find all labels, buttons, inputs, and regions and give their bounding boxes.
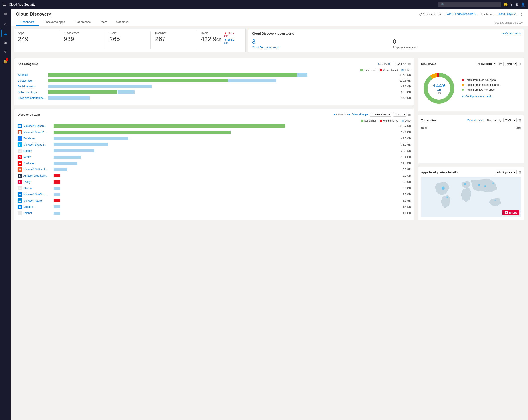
help-icon[interactable]: ?: [510, 2, 512, 7]
profile-icon[interactable]: 👤: [521, 2, 525, 7]
app-bar: [54, 199, 394, 202]
donut-value: 422.9: [433, 83, 445, 88]
entity-traffic-select[interactable]: Traffic: [503, 118, 517, 122]
tab-ip-addresses[interactable]: IP addresses: [69, 18, 95, 26]
more-options-icon[interactable]: ⋮: [520, 13, 523, 16]
sidebar-cloud-icon[interactable]: ☁: [1, 29, 9, 37]
category-value: 175.8 GB: [395, 73, 411, 76]
view-all-apps-link[interactable]: View all apps: [352, 113, 368, 116]
apps-label: Apps: [18, 32, 55, 35]
entity-select[interactable]: User: [485, 118, 497, 122]
app-name[interactable]: Dropbox: [23, 205, 52, 208]
left-column: App categories ◄1-5 of 38► Traffic ⊞: [14, 58, 414, 220]
apps-hq-more-icon[interactable]: ⊞: [518, 170, 521, 174]
app-name[interactable]: Microsoft OneDriv...: [23, 193, 52, 196]
sidebar-home-icon[interactable]: ⌂: [1, 20, 9, 28]
discovered-apps-card: Discovered apps ◄1-15 of 249► View all a…: [14, 109, 414, 220]
tab-discovered-apps[interactable]: Discovered apps: [39, 18, 70, 26]
app-categories-more-icon[interactable]: ⊞: [408, 62, 411, 66]
risk-levels-more-icon[interactable]: ⊞: [518, 62, 521, 66]
app-other-bar: [54, 187, 60, 190]
machines-value: 267: [155, 36, 192, 43]
stat-ip: IP addresses 939: [59, 32, 105, 49]
tab-users[interactable]: Users: [95, 18, 112, 26]
app-name[interactable]: Google: [23, 149, 52, 152]
discovered-apps-traffic[interactable]: Traffic: [393, 112, 407, 117]
app-name[interactable]: Netflix: [23, 156, 52, 159]
legend-unsanctioned: ✓ Unsanctioned: [380, 69, 398, 71]
bar: [48, 79, 394, 83]
app-name[interactable]: Microsoft Online S...: [23, 168, 52, 171]
app-name[interactable]: Facebook: [23, 137, 52, 140]
tab-machines[interactable]: Machines: [112, 18, 133, 26]
app-categories-title: App categories: [18, 62, 38, 66]
app-name[interactable]: Microsoft SharePo...: [23, 131, 52, 134]
category-label[interactable]: News and entertainment: [18, 96, 47, 100]
top-entities-controls: View all users User by Traffic ⊞: [467, 118, 521, 122]
discovered-apps-category[interactable]: All categories: [370, 112, 391, 117]
sanctioned-bar: [48, 79, 228, 83]
category-label[interactable]: Social network: [18, 85, 47, 88]
top-entities-more-icon[interactable]: ⊞: [518, 119, 521, 122]
app-traffic-value: 2.3 GB: [395, 193, 411, 196]
timeframe-select[interactable]: Last 30 days: [497, 12, 516, 16]
other-bar: [48, 85, 152, 88]
app-icon: F: [18, 180, 22, 184]
app-name[interactable]: Telenet: [23, 212, 52, 215]
app-name[interactable]: Akamai: [23, 187, 52, 190]
discovered-app-row: 📧 Microsoft Exchan... 175.7 GB: [18, 124, 411, 128]
sidebar-filter-icon[interactable]: ⧩: [1, 48, 9, 56]
app-bar: [54, 205, 394, 208]
discovered-app-row: ☁ Microsoft OneDriv... 2.3 GB: [18, 192, 411, 197]
report-select[interactable]: Win10 Endpoint Users: [446, 12, 477, 16]
alert-divider: [386, 38, 386, 49]
settings-icon[interactable]: ⚙: [515, 2, 518, 7]
app-name[interactable]: Microsoft Skype f...: [23, 143, 52, 146]
app-category-row: Webmail 175.8 GB: [18, 73, 411, 77]
app-icon: N: [18, 155, 22, 159]
app-name[interactable]: Microsoft Exchan...: [23, 124, 52, 128]
donut-legend: Traffic from high risk apps Traffic from…: [462, 78, 500, 98]
sidebar-menu-icon[interactable]: ☰: [1, 11, 9, 19]
app-icon: S: [18, 143, 22, 147]
right-column: Risk levels All categories by Traffic ⊞: [418, 58, 524, 220]
col-total-header: Total: [515, 126, 521, 130]
create-policy-link[interactable]: + Create policy: [503, 32, 521, 35]
discovered-app-row: F Fastly 2.9 GB: [18, 180, 411, 184]
high-risk-dot: [462, 79, 464, 81]
app-name[interactable]: Fastly: [23, 180, 52, 184]
suspicious-label[interactable]: Suspicious use alerts: [393, 46, 418, 49]
discovered-apps-legend: Sanctioned Unsanctioned Other: [18, 119, 411, 122]
discovered-app-row: 📄 Microsoft SharePo... 97.1 GB: [18, 130, 411, 134]
legend-sanctioned: ✓ Sanctioned: [360, 69, 376, 71]
app-title: Cloud App Security: [9, 3, 436, 6]
configure-link[interactable]: ⚙ Configure score metric: [462, 95, 500, 98]
category-value: 14.8 GB: [395, 96, 411, 100]
search-input[interactable]: [438, 2, 501, 7]
hamburger-icon[interactable]: ☰: [3, 2, 6, 7]
discovered-apps-more-icon[interactable]: ⊞: [408, 113, 411, 116]
cloud-alert-link[interactable]: Cloud Discovery alerts: [252, 46, 279, 49]
app-icon: A: [18, 186, 22, 191]
category-label[interactable]: Webmail: [18, 73, 47, 76]
app-categories-dropdown[interactable]: Traffic: [393, 61, 407, 66]
app-categories-controls: ◄1-5 of 38► Traffic ⊞: [377, 61, 411, 66]
category-label[interactable]: Collaboration: [18, 79, 47, 82]
app-icon: 📄: [18, 130, 22, 134]
sidebar-eye-icon[interactable]: ◉: [1, 39, 9, 47]
app-name[interactable]: Microsoft Azure: [23, 199, 52, 202]
svg-point-6: [478, 184, 480, 186]
sidebar-alert-icon[interactable]: 🔔 1: [1, 57, 9, 65]
risk-traffic-select[interactable]: Traffic: [503, 61, 517, 66]
discovered-app-row: N Netflix 13.4 GB: [18, 155, 411, 159]
view-all-users-link[interactable]: View all users: [467, 119, 484, 122]
smiley-icon[interactable]: 🙂: [503, 2, 508, 7]
main-content: Cloud Discovery Continuous report Win10 …: [11, 9, 528, 420]
app-name[interactable]: Amazon Web Serv...: [23, 174, 52, 177]
tab-dashboard[interactable]: Dashboard: [16, 18, 39, 26]
apps-hq-category[interactable]: All categories: [495, 170, 517, 174]
apps-hq-title: Apps headquarters location: [421, 171, 459, 174]
risk-category-select[interactable]: All categories: [476, 61, 497, 66]
category-label[interactable]: Online meetings: [18, 91, 47, 94]
app-name[interactable]: YouTube: [23, 162, 52, 165]
